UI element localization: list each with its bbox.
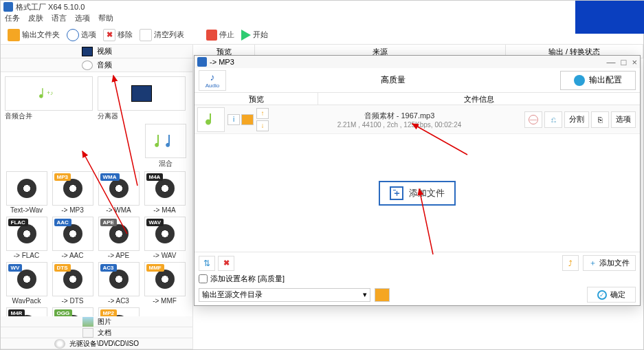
output-config-button[interactable]: 输出配置 (560, 71, 636, 90)
plus-icon: ＋ (390, 186, 403, 200)
menu-bar: 任务 皮肤 语言 选项 帮助 (1, 13, 643, 25)
picture-icon (82, 317, 93, 327)
audio-icon (82, 61, 93, 70)
dialog-footer: ⇅ ✖ ⤴ ＋添加文件 添加设置名称 [高质量] 输出至源文件目录▾ ✓确定 (195, 252, 640, 305)
row-settings-button[interactable]: ⎘ (591, 111, 609, 128)
output-dir-select[interactable]: 输出至源文件目录▾ (199, 288, 370, 302)
menu-lang[interactable]: 语言 (52, 13, 67, 25)
menu-options[interactable]: 选项 (75, 13, 90, 25)
dialog-titlebar: -> MP3 — □ × (195, 56, 640, 68)
mp3-dialog: -> MP3 — □ × ♪Audio 高质量 输出配置 预览 文件信息 i ↑… (194, 55, 641, 306)
row-options-button[interactable]: 选项 (611, 111, 636, 128)
dialog-list-header: 预览 文件信息 (195, 93, 640, 105)
info-button[interactable]: i (227, 114, 240, 125)
main-titlebar: 格式工厂 X64 5.10.0 — □ × (1, 1, 643, 13)
svg-text:+♪: +♪ (47, 89, 53, 96)
append-name-label: 添加设置名称 [高质量] (210, 274, 285, 284)
grid-audio-merge[interactable]: +♪ 音频合并 (5, 76, 95, 121)
clear-button[interactable]: 清空列表 (137, 28, 187, 43)
gear-icon (574, 75, 585, 86)
quality-label: 高质量 (230, 74, 556, 86)
app-icon (3, 2, 13, 12)
grid-OGG[interactable]: OGG-> OGG (51, 307, 94, 316)
category-picture[interactable]: 图片 (1, 316, 192, 327)
grid-AAC[interactable]: AAC-> AAC (51, 217, 94, 259)
category-audio[interactable]: 音频 (1, 58, 192, 72)
grid-MMF[interactable]: MMF-> MMF (143, 262, 186, 305)
browse-folder-button[interactable] (375, 288, 390, 302)
category-document[interactable]: 文档 (1, 327, 192, 338)
file-row[interactable]: i ↑ ↓ 音频素材 - 1967.mp3 2.21M , 44100 , 2c… (195, 105, 640, 134)
document-icon (82, 328, 93, 338)
export-button[interactable]: ⤴ (562, 255, 579, 271)
grid-M4A[interactable]: M4A-> M4A (143, 171, 186, 214)
main-toolbar: 输出文件夹 选项 ✖移除 清空列表 停止 开始 (1, 25, 643, 45)
grid-MP2[interactable]: MP2-> MP2 (97, 307, 140, 316)
grid-WMA[interactable]: WMA-> WMA (97, 171, 140, 214)
disc-icon (54, 339, 65, 349)
grid-MP3[interactable]: MP3-> MP3 (51, 171, 94, 214)
dialog-close[interactable]: × (632, 57, 637, 67)
menu-help[interactable]: 帮助 (98, 13, 113, 25)
ok-button[interactable]: ✓确定 (587, 287, 636, 303)
sort-button[interactable]: ⇅ (199, 256, 215, 271)
dialog-body: ＋ 添加文件 (195, 134, 640, 252)
grid-APE[interactable]: APE-> APE (97, 217, 140, 259)
dialog-minimize[interactable]: — (607, 57, 616, 67)
col-fileinfo[interactable]: 文件信息 (318, 93, 640, 105)
grid-WAV[interactable]: WAV-> WAV (143, 217, 186, 259)
file-meta: 2.21M , 44100 , 2ch , 125Kbps, 00:02:24 (274, 121, 524, 129)
delete-icon: ✖ (103, 29, 115, 41)
category-video[interactable]: 视频 (1, 45, 192, 58)
stop-icon (206, 30, 217, 41)
grid-M4R[interactable]: M4R-> M4R (5, 307, 48, 316)
move-down-button[interactable]: ↓ (256, 120, 269, 131)
split-button[interactable]: 分割 (564, 111, 589, 128)
file-thumb (197, 107, 225, 132)
out-folder-button[interactable]: 输出文件夹 (5, 28, 63, 43)
dialog-title: -> MP3 (210, 58, 234, 66)
grid-mix[interactable]: 混合 (144, 124, 187, 168)
dialog-maximize[interactable]: □ (621, 57, 627, 67)
audio-grid: +♪ 音频合并 分离器 混合 Text->WavMP3-> MP3WMA- (1, 72, 192, 316)
grid-separator[interactable]: 分离器 (98, 76, 188, 121)
start-button[interactable]: 开始 (238, 28, 271, 42)
options-icon (67, 29, 79, 41)
play-icon (241, 30, 251, 41)
menu-task[interactable]: 任务 (5, 13, 20, 25)
append-name-checkbox[interactable] (199, 274, 208, 283)
options-button[interactable]: 选项 (64, 28, 99, 43)
grid-AC3[interactable]: AC3-> AC3 (97, 262, 140, 305)
app-title: 格式工厂 X64 5.10.0 (16, 2, 85, 12)
category-disc[interactable]: 光驱设备\DVD\CD\ISO (1, 338, 192, 349)
grid-TextWav[interactable]: Text->Wav (5, 171, 48, 214)
grid-WavPack[interactable]: WVWavPack (5, 262, 48, 305)
grid-DTS[interactable]: DTS-> DTS (51, 262, 94, 305)
audio-badge: ♪Audio (199, 70, 226, 91)
stop-button[interactable]: 停止 (203, 28, 237, 42)
col-preview[interactable]: 预览 (195, 93, 318, 105)
remove-all-button[interactable]: ✖ (218, 256, 234, 271)
dialog-icon (197, 57, 207, 67)
video-icon (82, 47, 93, 56)
menu-skin[interactable]: 皮肤 (28, 13, 43, 25)
add-file-dropzone[interactable]: ＋ 添加文件 (379, 181, 456, 206)
dialog-toolbar: ♪Audio 高质量 输出配置 (195, 68, 640, 93)
delete-button[interactable]: ✖移除 (100, 28, 135, 43)
clear-icon (140, 29, 152, 41)
open-folder-button[interactable] (241, 114, 254, 125)
trim-button[interactable]: ⎌ (544, 111, 562, 128)
file-name: 音频素材 - 1967.mp3 (274, 111, 524, 121)
left-sidebar: 视频 音频 +♪ 音频合并 分离器 混 (1, 45, 193, 349)
folder-icon (8, 29, 20, 41)
remove-file-button[interactable]: — (524, 111, 542, 128)
add-file-button[interactable]: ＋添加文件 (583, 255, 636, 271)
move-up-button[interactable]: ↑ (256, 108, 269, 119)
decorative-strip (575, 1, 644, 34)
grid-FLAC[interactable]: FLAC-> FLAC (5, 217, 48, 259)
